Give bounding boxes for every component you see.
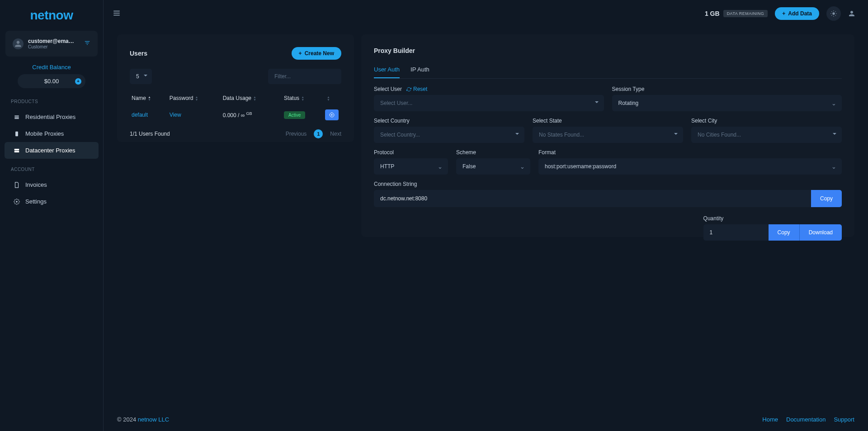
status-badge: Active bbox=[284, 111, 305, 119]
data-remaining-value: 1 GB bbox=[705, 10, 720, 17]
select-country-label: Select Country bbox=[374, 118, 524, 124]
password-view-link[interactable]: View bbox=[168, 105, 221, 125]
users-title: Users bbox=[130, 50, 147, 57]
pagination-next[interactable]: Next bbox=[330, 131, 341, 137]
nav-invoices-label: Invoices bbox=[25, 181, 47, 188]
nav-invoices[interactable]: Invoices bbox=[5, 176, 99, 193]
session-type-label: Session Type bbox=[612, 86, 842, 92]
quantity-input[interactable] bbox=[703, 224, 769, 241]
select-state-label: Select State bbox=[533, 118, 683, 124]
format-dropdown[interactable] bbox=[538, 158, 842, 175]
select-user-label: Select User bbox=[374, 86, 402, 92]
tab-ip-auth[interactable]: IP Auth bbox=[410, 62, 429, 78]
credit-balance-label: Credit Balance bbox=[0, 64, 103, 71]
format-label: Format bbox=[538, 149, 842, 156]
tab-user-auth[interactable]: User Auth bbox=[374, 62, 400, 78]
copy-quantity-button[interactable]: Copy bbox=[769, 224, 800, 241]
footer-support-link[interactable]: Support bbox=[834, 416, 854, 423]
filter-input[interactable] bbox=[268, 69, 341, 84]
scheme-label: Scheme bbox=[456, 149, 530, 156]
svg-rect-3 bbox=[15, 131, 18, 136]
create-new-button[interactable]: + Create New bbox=[292, 47, 341, 60]
filter-icon[interactable] bbox=[84, 40, 90, 47]
data-usage-cell: 0.000 / ∞ GB bbox=[221, 105, 282, 125]
data-remaining: 1 GB DATA REMAINING bbox=[705, 10, 768, 17]
column-status[interactable]: Status▲▼ bbox=[282, 91, 323, 105]
plus-icon: + bbox=[299, 50, 302, 57]
user-card: customer@ema… Customer bbox=[5, 31, 98, 57]
select-city-label: Select City bbox=[691, 118, 842, 124]
select-user-dropdown[interactable] bbox=[374, 95, 604, 111]
menu-toggle-icon[interactable] bbox=[113, 9, 121, 19]
user-email: customer@ema… bbox=[28, 38, 80, 44]
user-menu-icon[interactable] bbox=[844, 6, 859, 21]
plus-icon: + bbox=[782, 10, 785, 17]
sort-down-icon: ▼ bbox=[195, 99, 198, 101]
users-found-text: 1/1 Users Found bbox=[130, 131, 170, 137]
footer-documentation-link[interactable]: Documentation bbox=[786, 416, 826, 423]
select-country-dropdown[interactable] bbox=[374, 127, 524, 143]
select-state-dropdown[interactable] bbox=[533, 127, 683, 143]
svg-point-19 bbox=[331, 114, 333, 116]
nav-settings[interactable]: Settings bbox=[5, 193, 99, 210]
footer-home-link[interactable]: Home bbox=[762, 416, 778, 423]
protocol-dropdown[interactable] bbox=[374, 158, 448, 175]
connection-string-input[interactable] bbox=[374, 190, 811, 207]
svg-line-14 bbox=[835, 15, 836, 16]
copy-connection-button[interactable]: Copy bbox=[811, 190, 842, 207]
download-button[interactable]: Download bbox=[800, 224, 842, 241]
nav-datacenter-proxies[interactable]: Datacenter Proxies bbox=[5, 142, 99, 159]
proxy-builder-title: Proxy Builder bbox=[374, 47, 842, 54]
scheme-dropdown[interactable] bbox=[456, 158, 530, 175]
select-city-dropdown[interactable] bbox=[691, 127, 842, 143]
theme-toggle[interactable] bbox=[826, 6, 841, 21]
footer-copyright: © 2024 netnow LLC bbox=[117, 416, 169, 423]
proxy-builder-panel: Proxy Builder User Auth IP Auth Select U… bbox=[361, 34, 854, 237]
protocol-label: Protocol bbox=[374, 149, 448, 156]
row-settings-button[interactable] bbox=[325, 109, 339, 120]
user-role: Customer bbox=[28, 44, 80, 49]
svg-line-17 bbox=[831, 15, 832, 16]
svg-point-6 bbox=[16, 201, 18, 203]
session-type-dropdown[interactable] bbox=[612, 95, 842, 111]
nav-datacenter-label: Datacenter Proxies bbox=[25, 147, 75, 154]
connection-string-label: Connection String bbox=[374, 181, 842, 187]
column-actions: ▲▼ bbox=[323, 91, 341, 105]
nav-mobile-label: Mobile Proxies bbox=[25, 130, 64, 137]
add-credit-button[interactable]: + bbox=[75, 78, 81, 85]
sort-down-icon: ▼ bbox=[327, 99, 330, 101]
svg-rect-5 bbox=[14, 151, 19, 152]
sort-down-icon: ▼ bbox=[301, 99, 304, 101]
svg-rect-4 bbox=[14, 148, 19, 150]
svg-line-18 bbox=[835, 11, 836, 12]
quantity-label: Quantity bbox=[703, 215, 842, 222]
column-data-usage[interactable]: Data Usage▲▼ bbox=[221, 91, 282, 105]
nav-residential-label: Residential Proxies bbox=[25, 114, 75, 120]
refresh-icon bbox=[406, 87, 411, 92]
nav-mobile-proxies[interactable]: Mobile Proxies bbox=[5, 125, 99, 142]
sort-down-icon: ▼ bbox=[253, 99, 256, 101]
add-data-button[interactable]: + Add Data bbox=[775, 7, 819, 20]
create-new-label: Create New bbox=[305, 50, 334, 57]
nav-section-account: ACCOUNT bbox=[0, 165, 103, 176]
page-size-select[interactable]: 5 bbox=[130, 69, 152, 84]
pagination-page-1[interactable]: 1 bbox=[314, 129, 323, 138]
table-row: default View 0.000 / ∞ GB Active bbox=[130, 105, 341, 125]
user-avatar-icon bbox=[13, 38, 24, 49]
nav-residential-proxies[interactable]: Residential Proxies bbox=[5, 109, 99, 125]
brand-logo[interactable]: netnow bbox=[0, 8, 103, 23]
reset-link[interactable]: Reset bbox=[406, 86, 427, 92]
add-data-label: Add Data bbox=[788, 10, 812, 17]
pagination-previous[interactable]: Previous bbox=[286, 131, 307, 137]
nav-settings-label: Settings bbox=[25, 198, 47, 205]
column-name[interactable]: Name▲▼ bbox=[130, 91, 168, 105]
svg-point-10 bbox=[832, 12, 835, 14]
footer-company-link[interactable]: netnow LLC bbox=[138, 416, 169, 423]
data-remaining-label: DATA REMAINING bbox=[723, 10, 768, 17]
credit-balance-value: $0.00 + bbox=[18, 74, 85, 88]
svg-line-13 bbox=[831, 11, 832, 12]
users-panel: Users + Create New 5 bbox=[117, 34, 354, 142]
user-name-link[interactable]: default bbox=[130, 105, 168, 125]
column-password[interactable]: Password▲▼ bbox=[168, 91, 221, 105]
sort-down-icon: ▼ bbox=[148, 99, 151, 101]
